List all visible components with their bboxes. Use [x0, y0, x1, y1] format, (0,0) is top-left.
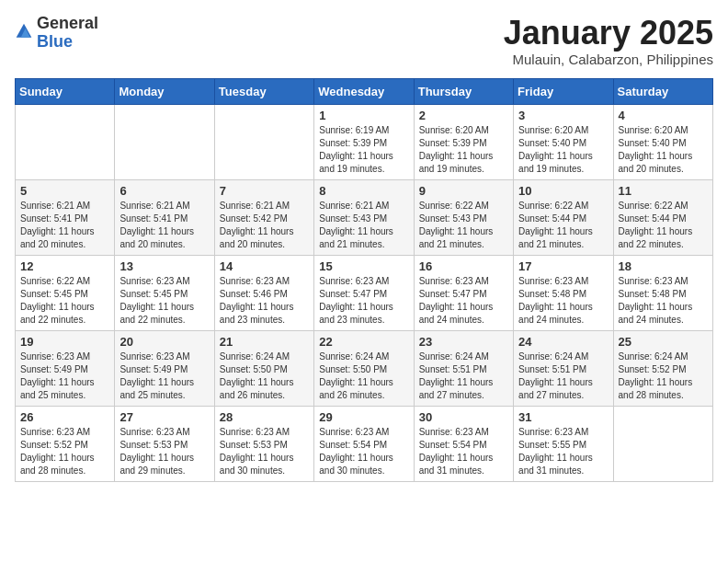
- day-cell: 10Sunrise: 6:22 AM Sunset: 5:44 PM Dayli…: [514, 179, 613, 255]
- logo-text-blue: Blue: [37, 32, 73, 51]
- day-cell: 19Sunrise: 6:23 AM Sunset: 5:49 PM Dayli…: [16, 330, 115, 406]
- day-number: 23: [419, 335, 508, 349]
- day-cell: 30Sunrise: 6:23 AM Sunset: 5:54 PM Dayli…: [414, 406, 513, 481]
- weekday-header-sunday: Sunday: [16, 78, 115, 104]
- day-number: 19: [20, 335, 109, 349]
- day-info: Sunrise: 6:23 AM Sunset: 5:46 PM Dayligh…: [220, 275, 309, 327]
- day-info: Sunrise: 6:21 AM Sunset: 5:42 PM Dayligh…: [220, 200, 309, 251]
- day-cell: 16Sunrise: 6:23 AM Sunset: 5:47 PM Dayli…: [414, 255, 513, 330]
- day-info: Sunrise: 6:22 AM Sunset: 5:45 PM Dayligh…: [20, 275, 109, 327]
- day-number: 13: [119, 259, 209, 273]
- week-row-4: 19Sunrise: 6:23 AM Sunset: 5:49 PM Dayli…: [16, 330, 713, 406]
- day-number: 24: [518, 335, 608, 349]
- weekday-header-monday: Monday: [115, 78, 214, 104]
- day-info: Sunrise: 6:23 AM Sunset: 5:47 PM Dayligh…: [319, 275, 408, 327]
- day-cell: 12Sunrise: 6:22 AM Sunset: 5:45 PM Dayli…: [16, 255, 115, 330]
- day-info: Sunrise: 6:20 AM Sunset: 5:39 PM Dayligh…: [419, 124, 508, 176]
- day-info: Sunrise: 6:24 AM Sunset: 5:50 PM Dayligh…: [319, 350, 408, 402]
- calendar-table: SundayMondayTuesdayWednesdayThursdayFrid…: [15, 78, 713, 482]
- day-info: Sunrise: 6:23 AM Sunset: 5:47 PM Dayligh…: [419, 275, 508, 327]
- day-info: Sunrise: 6:24 AM Sunset: 5:52 PM Dayligh…: [619, 350, 708, 402]
- day-number: 29: [319, 410, 408, 424]
- day-number: 22: [319, 335, 408, 349]
- day-cell: 11Sunrise: 6:22 AM Sunset: 5:44 PM Dayli…: [613, 179, 712, 255]
- day-cell: 8Sunrise: 6:21 AM Sunset: 5:43 PM Daylig…: [314, 179, 414, 255]
- day-number: 14: [220, 259, 309, 273]
- day-number: 27: [119, 410, 209, 424]
- day-cell: 18Sunrise: 6:23 AM Sunset: 5:48 PM Dayli…: [613, 255, 712, 330]
- day-number: 21: [220, 335, 309, 349]
- day-cell: 29Sunrise: 6:23 AM Sunset: 5:54 PM Dayli…: [314, 406, 414, 481]
- day-info: Sunrise: 6:20 AM Sunset: 5:40 PM Dayligh…: [518, 124, 608, 176]
- weekday-header-wednesday: Wednesday: [314, 78, 414, 104]
- day-cell: [613, 406, 712, 481]
- day-number: 16: [419, 259, 508, 273]
- day-info: Sunrise: 6:23 AM Sunset: 5:53 PM Dayligh…: [220, 426, 309, 477]
- day-cell: 2Sunrise: 6:20 AM Sunset: 5:39 PM Daylig…: [414, 104, 513, 179]
- day-info: Sunrise: 6:24 AM Sunset: 5:51 PM Dayligh…: [518, 350, 608, 402]
- day-cell: 27Sunrise: 6:23 AM Sunset: 5:53 PM Dayli…: [115, 406, 214, 481]
- day-number: 26: [20, 410, 109, 424]
- day-cell: 14Sunrise: 6:23 AM Sunset: 5:46 PM Dayli…: [214, 255, 313, 330]
- day-number: 30: [419, 410, 508, 424]
- day-number: 12: [20, 259, 109, 273]
- day-info: Sunrise: 6:21 AM Sunset: 5:41 PM Dayligh…: [20, 200, 109, 251]
- day-cell: 25Sunrise: 6:24 AM Sunset: 5:52 PM Dayli…: [613, 330, 712, 406]
- day-cell: 17Sunrise: 6:23 AM Sunset: 5:48 PM Dayli…: [514, 255, 613, 330]
- day-info: Sunrise: 6:23 AM Sunset: 5:54 PM Dayligh…: [319, 426, 408, 477]
- day-number: 31: [518, 410, 608, 424]
- day-info: Sunrise: 6:24 AM Sunset: 5:50 PM Dayligh…: [220, 350, 309, 402]
- day-cell: 20Sunrise: 6:23 AM Sunset: 5:49 PM Dayli…: [115, 330, 214, 406]
- day-number: 7: [220, 184, 309, 198]
- week-row-5: 26Sunrise: 6:23 AM Sunset: 5:52 PM Dayli…: [16, 406, 713, 481]
- day-cell: 28Sunrise: 6:23 AM Sunset: 5:53 PM Dayli…: [214, 406, 313, 481]
- day-cell: [16, 104, 115, 179]
- day-cell: 15Sunrise: 6:23 AM Sunset: 5:47 PM Dayli…: [314, 255, 414, 330]
- day-cell: 23Sunrise: 6:24 AM Sunset: 5:51 PM Dayli…: [414, 330, 513, 406]
- location-subtitle: Mulauin, Calabarzon, Philippines: [504, 52, 713, 67]
- day-cell: 6Sunrise: 6:21 AM Sunset: 5:41 PM Daylig…: [115, 179, 214, 255]
- day-cell: 26Sunrise: 6:23 AM Sunset: 5:52 PM Dayli…: [16, 406, 115, 481]
- title-block: January 2025 Mulauin, Calabarzon, Philip…: [504, 15, 713, 67]
- day-info: Sunrise: 6:23 AM Sunset: 5:49 PM Dayligh…: [20, 350, 109, 402]
- day-cell: [214, 104, 313, 179]
- day-info: Sunrise: 6:22 AM Sunset: 5:43 PM Dayligh…: [419, 200, 508, 251]
- day-cell: 4Sunrise: 6:20 AM Sunset: 5:40 PM Daylig…: [613, 104, 712, 179]
- day-info: Sunrise: 6:19 AM Sunset: 5:39 PM Dayligh…: [319, 124, 408, 176]
- day-info: Sunrise: 6:23 AM Sunset: 5:54 PM Dayligh…: [419, 426, 508, 477]
- day-number: 1: [319, 109, 408, 122]
- week-row-3: 12Sunrise: 6:22 AM Sunset: 5:45 PM Dayli…: [16, 255, 713, 330]
- day-number: 28: [220, 410, 309, 424]
- day-number: 15: [319, 259, 408, 273]
- day-info: Sunrise: 6:23 AM Sunset: 5:52 PM Dayligh…: [20, 426, 109, 477]
- weekday-header-row: SundayMondayTuesdayWednesdayThursdayFrid…: [16, 78, 713, 104]
- day-info: Sunrise: 6:21 AM Sunset: 5:41 PM Dayligh…: [119, 200, 209, 251]
- day-info: Sunrise: 6:23 AM Sunset: 5:49 PM Dayligh…: [119, 350, 209, 402]
- day-cell: 3Sunrise: 6:20 AM Sunset: 5:40 PM Daylig…: [514, 104, 613, 179]
- day-info: Sunrise: 6:23 AM Sunset: 5:53 PM Dayligh…: [119, 426, 209, 477]
- day-cell: [115, 104, 214, 179]
- day-cell: 22Sunrise: 6:24 AM Sunset: 5:50 PM Dayli…: [314, 330, 414, 406]
- day-cell: 1Sunrise: 6:19 AM Sunset: 5:39 PM Daylig…: [314, 104, 414, 179]
- weekday-header-tuesday: Tuesday: [214, 78, 313, 104]
- day-cell: 9Sunrise: 6:22 AM Sunset: 5:43 PM Daylig…: [414, 179, 513, 255]
- day-info: Sunrise: 6:23 AM Sunset: 5:48 PM Dayligh…: [619, 275, 708, 327]
- day-info: Sunrise: 6:23 AM Sunset: 5:55 PM Dayligh…: [518, 426, 608, 477]
- week-row-1: 1Sunrise: 6:19 AM Sunset: 5:39 PM Daylig…: [16, 104, 713, 179]
- day-cell: 7Sunrise: 6:21 AM Sunset: 5:42 PM Daylig…: [214, 179, 313, 255]
- week-row-2: 5Sunrise: 6:21 AM Sunset: 5:41 PM Daylig…: [16, 179, 713, 255]
- day-cell: 21Sunrise: 6:24 AM Sunset: 5:50 PM Dayli…: [214, 330, 313, 406]
- day-number: 25: [619, 335, 708, 349]
- day-cell: 31Sunrise: 6:23 AM Sunset: 5:55 PM Dayli…: [514, 406, 613, 481]
- day-cell: 5Sunrise: 6:21 AM Sunset: 5:41 PM Daylig…: [16, 179, 115, 255]
- day-number: 11: [619, 184, 708, 198]
- day-number: 8: [319, 184, 408, 198]
- day-info: Sunrise: 6:21 AM Sunset: 5:43 PM Dayligh…: [319, 200, 408, 251]
- page-header: General Blue January 2025 Mulauin, Calab…: [15, 15, 713, 67]
- day-info: Sunrise: 6:20 AM Sunset: 5:40 PM Dayligh…: [619, 124, 708, 176]
- day-number: 9: [419, 184, 508, 198]
- day-info: Sunrise: 6:23 AM Sunset: 5:45 PM Dayligh…: [119, 275, 209, 327]
- day-number: 2: [419, 109, 508, 122]
- logo: General Blue: [15, 15, 98, 52]
- day-info: Sunrise: 6:22 AM Sunset: 5:44 PM Dayligh…: [518, 200, 608, 251]
